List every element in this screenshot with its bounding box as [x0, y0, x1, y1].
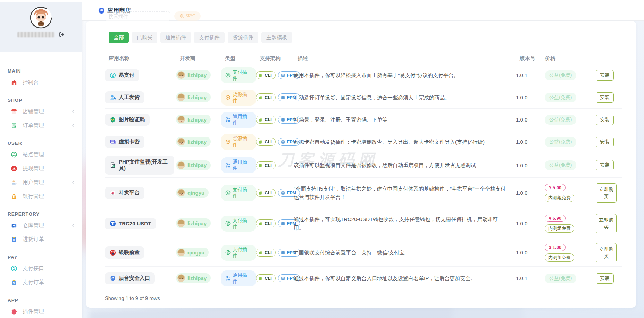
table-row[interactable]: 斗拱平台 qingyu 支付插件 CLIFPM "全面支持H5支付"，取法斗拱之…	[105, 177, 622, 208]
developer-pill: lizhipay	[176, 218, 211, 228]
table-row[interactable]: PHP文件监视(开发工具) lizhipay 通用插件 CLI 该插件可以监视项…	[105, 153, 622, 177]
filter-tab[interactable]: 主题模板	[261, 32, 292, 43]
logout-icon[interactable]	[59, 32, 65, 37]
app-name-cell: 人工发货	[105, 91, 176, 103]
search-input[interactable]	[105, 11, 170, 21]
sidebar-item[interactable]: 提现管理	[0, 161, 82, 175]
sidebar-item[interactable]: 支付订单	[0, 275, 82, 289]
order-icon	[10, 122, 17, 129]
arch-badge-cli: CLI	[256, 219, 276, 227]
column-header: 价格	[545, 55, 596, 62]
developer-pill: lizhipay	[176, 92, 211, 102]
type-label: 通用插件	[233, 114, 252, 126]
type-cell: 支付插件	[221, 185, 256, 201]
pay-order-icon	[10, 279, 17, 286]
app-name: 易支付	[119, 72, 134, 78]
buy-button[interactable]: 立即购买	[596, 183, 617, 203]
table-row[interactable]: 虚拟卡密 lizhipay 货源插件 CLIFPM 虚拟卡密自动发货插件：卡密增…	[105, 131, 622, 153]
sidebar-item[interactable]: 银行管理	[0, 189, 82, 203]
column-header: 版本号	[520, 55, 545, 62]
developer-cell: lizhipay	[176, 92, 221, 102]
supply-type-icon	[225, 139, 231, 144]
app-name: 斗拱平台	[119, 190, 140, 196]
install-button[interactable]: 安装	[596, 115, 614, 125]
price-cell: 公益(免费)	[541, 70, 592, 80]
app-name-cell: 易支付	[105, 69, 176, 81]
type-label: 通用插件	[233, 272, 252, 285]
table-row[interactable]: 易支付 lizhipay 支付插件 CLIFPM 使用本插件，你可以轻松接入市面…	[105, 64, 622, 86]
install-button[interactable]: 安装	[596, 70, 614, 81]
install-button[interactable]: 安装	[596, 160, 614, 170]
type-pill: 支付插件	[221, 185, 256, 201]
table-row[interactable]: 后台安全入口 lizhipay 通用插件 CLIFPM 通过本插件，你可以自定义…	[105, 266, 622, 290]
price-badge: ¥ 1.00	[545, 244, 566, 251]
cli-icon	[258, 191, 263, 195]
price-cell: 公益(免费)	[541, 274, 592, 283]
buy-button[interactable]: 立即购买	[596, 214, 617, 233]
cards-icon	[110, 139, 116, 145]
table-row[interactable]: 银联前置 qingyu 支付插件 CLIFPM 中国银联支付综合前置平台，支持：…	[105, 238, 622, 266]
sidebar-item[interactable]: 订单管理	[0, 118, 82, 132]
app-name-cell: 图片验证码	[105, 114, 176, 126]
type-label: 通用插件	[233, 159, 252, 171]
install-button[interactable]: 安装	[596, 137, 614, 147]
pay-api-icon	[10, 265, 17, 272]
app-store-panel: 刀客源码网 全部已购买通用插件支付插件货源插件主题模板 应用名称开发商类型支持架…	[86, 21, 636, 308]
table-row[interactable]: 人工发货 lizhipay 货源插件 CLIFPM 手动选择订单发货、固定发货信…	[105, 86, 622, 108]
filter-tab[interactable]: 支付插件	[194, 32, 225, 43]
search-icon	[179, 14, 184, 19]
shield-lock-icon	[110, 275, 116, 282]
chevron-left-icon	[70, 223, 77, 227]
type-pill: 通用插件	[221, 157, 256, 173]
app-name-cell: 后台安全入口	[105, 272, 176, 284]
column-header: 描述	[298, 55, 520, 62]
action-cell: 立即购买	[592, 183, 622, 203]
shield-check-icon	[110, 117, 116, 123]
filter-tab[interactable]: 全部	[109, 32, 129, 43]
type-cell: 支付插件	[221, 216, 256, 232]
sidebar-item[interactable]: 站点管理	[0, 148, 82, 161]
description-cell: 使用本插件，你可以轻松接入市面上所有基于"易支付"协议的支付平台。	[294, 71, 516, 79]
free-badge: 公益(免费)	[545, 274, 576, 283]
file-eye-icon	[110, 162, 116, 168]
buy-button[interactable]: 立即购买	[596, 243, 617, 262]
cli-icon	[258, 163, 263, 168]
sidebar-item[interactable]: 店铺管理	[0, 104, 82, 118]
app-name-pill: TRC20-USDT	[105, 218, 156, 229]
install-button[interactable]: 安装	[596, 273, 614, 284]
table-row[interactable]: 图片验证码 lizhipay 通用插件 CLIFPM 持场景：登录、注册、重置密…	[105, 108, 622, 131]
description-cell: 虚拟卡密自动发货插件：卡密增删改查、导入导出、超大卡密文件导入(支持亿行级)	[294, 138, 516, 146]
column-header: 开发商	[180, 55, 225, 62]
arch-badge-cli: CLI	[256, 71, 276, 79]
price-cell: ¥ 5.00内测组免费	[541, 184, 592, 202]
avatar[interactable]	[30, 7, 52, 29]
table-row[interactable]: TRC20-USDT lizhipay 支付插件 CLIFPM 通过本插件，可实…	[105, 208, 622, 238]
price-cell: 公益(免费)	[541, 115, 592, 125]
sidebar-item[interactable]: 进货订单	[0, 232, 82, 246]
sidebar-item[interactable]: 插件管理	[0, 304, 82, 318]
filter-tab[interactable]: 货源插件	[228, 32, 258, 43]
sidebar-item[interactable]: 仓库管理	[0, 218, 82, 232]
install-button[interactable]: 安装	[596, 92, 614, 103]
arch-badge-cli: CLI	[256, 249, 276, 257]
sidebar-item[interactable]: 用户管理	[0, 175, 82, 189]
type-cell: 货源插件	[221, 134, 256, 150]
filter-tab[interactable]: 已购买	[132, 32, 157, 43]
developer-cell: lizhipay	[176, 273, 221, 283]
query-button[interactable]: 查询	[174, 11, 201, 21]
pay-type-icon	[225, 250, 231, 255]
developer-pill: qingyu	[176, 188, 209, 198]
developer-pill: qingyu	[176, 248, 209, 257]
arch-cell: CLIFPM	[256, 189, 294, 197]
developer-cell: qingyu	[176, 248, 221, 258]
sidebar-item[interactable]: 控制台	[0, 75, 82, 89]
arch-cell: CLIFPM	[256, 71, 294, 79]
sidebar-item[interactable]: 支付接口	[0, 261, 82, 275]
filter-tab[interactable]: 通用插件	[160, 32, 191, 43]
price-cell: 公益(免费)	[541, 160, 592, 170]
app-name: PHP文件监视(开发工具)	[119, 159, 169, 172]
developer-name: lizhipay	[187, 72, 207, 78]
type-pill: 支付插件	[221, 245, 256, 261]
table-body: 易支付 lizhipay 支付插件 CLIFPM 使用本插件，你可以轻松接入市面…	[105, 64, 622, 290]
price-cell: ¥ 1.00内测组免费	[541, 244, 592, 262]
